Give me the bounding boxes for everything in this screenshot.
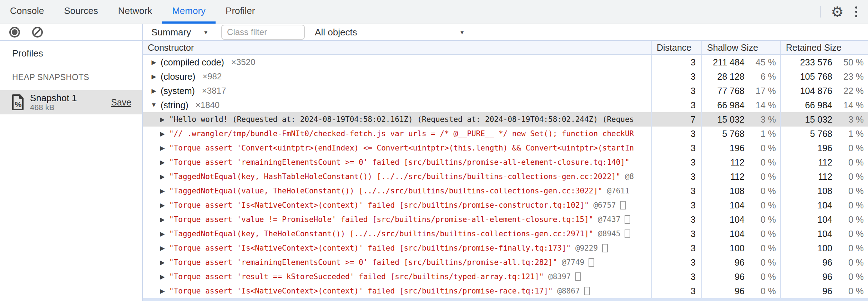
disclosure-triangle-icon[interactable]: ▶ <box>157 159 168 166</box>
tab-network[interactable]: Network <box>108 0 162 24</box>
retained-size-cell: 1960 % <box>780 141 868 155</box>
record-heap-snapshot-button[interactable] <box>8 25 21 39</box>
disclosure-triangle-icon[interactable]: ▶ <box>148 73 159 80</box>
shallow-size-cell: 1120 % <box>701 155 780 169</box>
constructor-cell: ▶(system)×3817 <box>143 84 651 98</box>
retained-size-cell: 104 87622 % <box>780 84 868 98</box>
size-value: 104 <box>702 214 745 225</box>
tab-console[interactable]: Console <box>0 0 54 24</box>
distance-cell: 3 <box>651 255 701 270</box>
disclosure-triangle-icon[interactable]: ▶ <box>157 287 168 295</box>
size-value: 96 <box>781 286 832 296</box>
disclosure-triangle-icon[interactable]: ▶ <box>157 245 168 252</box>
disclosure-triangle-icon[interactable]: ▶ <box>157 202 168 209</box>
sidebar-item-snapshot-1[interactable]: % Snapshot 1 468 kB Save <box>0 90 142 114</box>
table-row[interactable]: ▶"Torque assert 'value != PromiseHole' f… <box>143 212 868 227</box>
size-percent: 0 % <box>745 272 776 282</box>
size-value: 5 768 <box>702 129 745 139</box>
table-row[interactable]: ▶"Torque assert 'Is<NativeContext>(conte… <box>143 241 868 255</box>
size-percent: 0 % <box>745 200 776 211</box>
class-filter-input[interactable] <box>221 25 305 40</box>
table-row[interactable]: ▶"Hello world! (Requested at: 2024-08-19… <box>143 112 868 127</box>
size-percent: 0 % <box>745 186 776 196</box>
settings-gear-icon[interactable]: ⚙ <box>831 5 844 19</box>
table-row[interactable]: ▶(compiled code)×35203211 48445 %233 576… <box>143 55 868 69</box>
size-percent: 0 % <box>745 286 776 296</box>
constructor-name: (compiled code) <box>161 57 224 68</box>
size-value: 233 576 <box>781 57 832 68</box>
table-row[interactable]: ▶"Torque assert 'remainingElementsCount … <box>143 255 868 270</box>
instance-count: ×3520 <box>231 57 255 67</box>
object-id: @7749 <box>557 258 584 267</box>
column-header-constructor[interactable]: Constructor <box>143 41 651 54</box>
more-options-kebab-icon[interactable] <box>854 5 859 19</box>
tab-profiler[interactable]: Profiler <box>216 0 265 24</box>
string-value: "Torque assert 'Is<NativeContext>(contex… <box>169 244 571 252</box>
distance-cell: 3 <box>651 84 701 98</box>
string-value: "Torque assert 'Convert<uintptr>(endInde… <box>169 144 634 152</box>
disclosure-triangle-icon[interactable]: ▶ <box>157 187 168 195</box>
distance-cell: 3 <box>651 127 701 141</box>
size-value: 66 984 <box>781 100 832 110</box>
size-percent: 3 % <box>745 114 776 125</box>
save-link[interactable]: Save <box>111 97 131 108</box>
table-row[interactable]: ▶"TaggedNotEqual(value, TheHoleConstant(… <box>143 184 868 198</box>
disclosure-triangle-icon[interactable]: ▶ <box>157 173 168 181</box>
tab-memory[interactable]: Memory <box>162 0 216 24</box>
table-row[interactable]: ▶"Torque assert 'result == kStoreSuccede… <box>143 270 868 284</box>
devtools-window: ConsoleSourcesNetworkMemoryProfiler ⚙ Pr… <box>0 0 868 301</box>
table-row[interactable]: ▶"TaggedNotEqual(key, HashTableHoleConst… <box>143 169 868 184</box>
missing-glyph-box-icon <box>602 244 608 252</box>
disclosure-triangle-icon[interactable]: ▶ <box>157 259 168 266</box>
disclosure-triangle-icon[interactable]: ▼ <box>148 102 159 109</box>
distance-cell: 7 <box>651 112 701 127</box>
disclosure-triangle-icon[interactable]: ▶ <box>157 144 168 152</box>
disclosure-triangle-icon[interactable]: ▶ <box>148 87 159 95</box>
heap-snapshot-main: Summary ▼ All objects ▼ Constructor Dist… <box>143 24 868 301</box>
shallow-size-cell: 1040 % <box>701 227 780 241</box>
constructor-name: (closure) <box>161 71 195 82</box>
distance-cell: 3 <box>651 284 701 298</box>
missing-glyph-box-icon <box>625 230 630 238</box>
column-header-retained-size[interactable]: Retained Size <box>780 41 868 54</box>
shallow-size-cell: 1040 % <box>701 212 780 227</box>
perspective-select[interactable]: Summary ▼ <box>151 27 208 38</box>
constructor-cell: ▶"Torque assert 'Convert<uintptr>(endInd… <box>143 141 651 155</box>
size-percent: 0 % <box>832 143 864 153</box>
profiles-title: Profiles <box>12 48 142 59</box>
column-header-distance[interactable]: Distance <box>651 41 701 54</box>
size-value: 104 <box>781 214 832 225</box>
objects-scope-select[interactable]: All objects ▼ <box>315 27 465 38</box>
column-header-shallow-size[interactable]: Shallow Size <box>701 41 780 54</box>
disclosure-triangle-icon[interactable]: ▶ <box>157 130 168 138</box>
table-row[interactable]: ▶"// .wrangler/tmp/bundle-FmNIt0/checked… <box>143 127 868 141</box>
constructor-cell: ▶"Torque assert 'remainingElementsCount … <box>143 255 651 270</box>
table-row[interactable]: ▶"Torque assert 'Convert<uintptr>(endInd… <box>143 141 868 155</box>
table-row[interactable]: ▶(system)×3817377 76817 %104 87622 % <box>143 84 868 98</box>
tab-sources[interactable]: Sources <box>54 0 108 24</box>
table-row[interactable]: ▼(string)×1840366 98414 %66 98414 % <box>143 98 868 112</box>
disclosure-triangle-icon[interactable]: ▶ <box>157 116 168 123</box>
disclosure-triangle-icon[interactable]: ▶ <box>148 59 159 66</box>
perspective-select-value: Summary <box>151 27 191 38</box>
size-percent: 0 % <box>832 286 864 296</box>
size-value: 96 <box>702 257 745 268</box>
disclosure-triangle-icon[interactable]: ▶ <box>157 273 168 281</box>
size-percent: 0 % <box>832 200 864 211</box>
size-percent: 14 % <box>745 100 776 110</box>
table-row[interactable]: ▶"Torque assert 'Is<NativeContext>(conte… <box>143 198 868 212</box>
retained-size-cell: 960 % <box>780 284 868 298</box>
disclosure-triangle-icon[interactable]: ▶ <box>157 216 168 223</box>
clear-profiles-button[interactable] <box>31 25 44 39</box>
table-row[interactable]: ▶"Torque assert 'Is<NativeContext>(conte… <box>143 284 868 298</box>
size-value: 104 <box>781 200 832 211</box>
panel-tabs: ConsoleSourcesNetworkMemoryProfiler <box>0 0 265 24</box>
table-row[interactable]: ▶"TaggedNotEqual(key, TheHoleConstant())… <box>143 227 868 241</box>
table-row[interactable]: ▶(closure)×982328 1286 %105 76823 % <box>143 69 868 84</box>
heap-snapshots-section-title: HEAP SNAPSHOTS <box>12 73 142 82</box>
table-row[interactable]: ▶"Torque assert 'remainingElementsCount … <box>143 155 868 169</box>
instance-count: ×1840 <box>196 100 219 110</box>
size-percent: 1 % <box>832 129 864 139</box>
disclosure-triangle-icon[interactable]: ▶ <box>157 230 168 238</box>
size-value: 15 032 <box>702 114 745 125</box>
